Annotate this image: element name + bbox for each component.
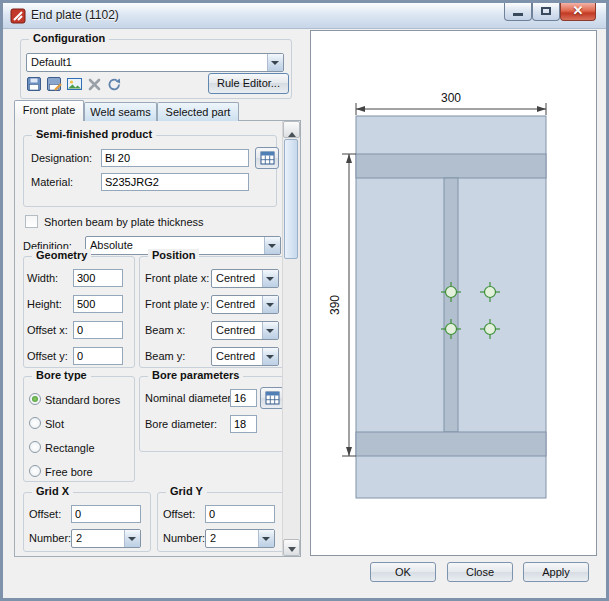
dim-arrow-bottom: [346, 447, 352, 456]
chevron-down-icon: [262, 348, 278, 365]
close-icon: ✕: [573, 3, 584, 18]
scroll-up-button[interactable]: [283, 121, 300, 138]
save-as-config-button[interactable]: [46, 76, 65, 95]
close-dialog-button[interactable]: Close: [447, 562, 513, 582]
shorten-beam-label: Shorten beam by plate thickness: [44, 216, 204, 229]
tab-selected-part-label: Selected part: [166, 106, 231, 118]
width-label: Width:: [27, 272, 58, 285]
beam-y-select[interactable]: Centred: [211, 347, 279, 366]
table-icon: [265, 391, 280, 405]
grid-x-offset-label: Offset:: [29, 508, 61, 521]
grid-y-group-label: Grid Y: [166, 485, 207, 497]
grid-x-offset-input[interactable]: [71, 505, 141, 523]
refresh-icon: [106, 76, 123, 93]
height-dimension: [342, 154, 356, 456]
preview-drawing: 300 390: [311, 31, 596, 555]
chevron-down-icon: [262, 296, 278, 313]
beam-web: [444, 178, 458, 432]
rule-editor-button[interactable]: Rule Editor...: [208, 73, 289, 94]
chevron-down-icon: [262, 270, 278, 287]
preview-panel: 300 390: [310, 30, 597, 556]
close-button-label: Close: [466, 566, 494, 578]
tab-weld-seams[interactable]: Weld seams: [84, 102, 157, 121]
offset-y-input[interactable]: [73, 347, 123, 365]
offset-x-label: Offset x:: [27, 324, 68, 337]
save-as-icon: [46, 76, 63, 93]
radio-rectangle[interactable]: [29, 441, 41, 453]
nominal-diameter-label: Nominal diameter:: [145, 392, 234, 405]
refresh-config-button[interactable]: [106, 76, 125, 95]
radio-slot[interactable]: [29, 417, 41, 429]
designation-table-button[interactable]: [255, 147, 279, 169]
tab-selected-part[interactable]: Selected part: [157, 102, 239, 121]
tab-front-plate[interactable]: Front plate: [14, 100, 84, 121]
bore-parameters-group-label: Bore parameters: [148, 369, 243, 381]
front-plate-y-select[interactable]: Centred: [211, 295, 279, 314]
semi-finished-group: Semi-finished product: [23, 135, 277, 207]
slot-label: Slot: [45, 418, 64, 431]
ok-button[interactable]: OK: [370, 562, 436, 582]
configuration-selected: Default1: [31, 56, 72, 68]
grid-y-offset-input[interactable]: [205, 505, 275, 523]
beam-y-label: Beam y:: [145, 350, 185, 363]
apply-button[interactable]: Apply: [523, 562, 589, 582]
designation-input[interactable]: [101, 149, 249, 167]
beam-x-select[interactable]: Centred: [211, 321, 279, 340]
material-label: Material:: [31, 176, 73, 189]
bore-diameter-input[interactable]: [230, 415, 257, 433]
geometry-group-label: Geometry: [32, 249, 91, 261]
scrollbar-thumb[interactable]: [284, 139, 298, 259]
vertical-scrollbar[interactable]: [282, 121, 300, 556]
beam-bottom-flange: [356, 432, 546, 456]
chevron-down-icon: [262, 322, 278, 339]
front-plate-x-select[interactable]: Centred: [211, 269, 279, 288]
grid-x-number-select[interactable]: 2: [71, 529, 141, 548]
material-input[interactable]: [101, 173, 249, 191]
minimize-button[interactable]: [504, 3, 532, 21]
width-dimension-text: 300: [441, 91, 461, 105]
bore-type-group-label: Bore type: [32, 369, 91, 381]
apply-button-label: Apply: [542, 566, 570, 578]
save-icon: [26, 76, 43, 93]
image-icon: [66, 76, 83, 93]
dim-arrow-left: [356, 106, 365, 112]
radio-free-bore[interactable]: [29, 465, 41, 477]
semi-finished-group-label: Semi-finished product: [32, 128, 156, 140]
nominal-diameter-input[interactable]: [230, 389, 257, 407]
close-button[interactable]: ✕: [560, 3, 596, 21]
grid-y-offset-label: Offset:: [163, 508, 195, 521]
front-plate-y-label: Front plate y:: [145, 298, 209, 311]
minimize-icon: [513, 13, 523, 16]
beam-x-label: Beam x:: [145, 324, 185, 337]
front-plate-x-label: Front plate x:: [145, 272, 209, 285]
table-icon: [260, 151, 275, 165]
delete-config-button[interactable]: [86, 76, 105, 95]
tab-weld-seams-label: Weld seams: [90, 106, 150, 118]
save-config-button[interactable]: [26, 76, 45, 95]
grid-y-number-value: 2: [210, 532, 216, 544]
nominal-diameter-table-button[interactable]: [260, 387, 284, 409]
configuration-select[interactable]: Default1: [26, 53, 284, 72]
designation-label: Designation:: [31, 152, 92, 165]
dialog-window: End plate (1102) ✕ Configuration Default…: [0, 0, 609, 601]
ok-button-label: OK: [395, 566, 411, 578]
rule-editor-label: Rule Editor...: [217, 77, 280, 89]
shorten-beam-checkbox[interactable]: [25, 215, 38, 228]
offset-y-label: Offset y:: [27, 350, 68, 363]
maximize-button[interactable]: [532, 3, 560, 21]
height-dimension-text: 390: [328, 295, 342, 315]
app-icon: [10, 8, 26, 24]
rectangle-label: Rectangle: [45, 442, 95, 455]
title-bar[interactable]: End plate (1102) ✕: [3, 3, 606, 29]
offset-x-input[interactable]: [73, 321, 123, 339]
height-input[interactable]: [73, 295, 123, 313]
maximize-icon: [541, 7, 551, 15]
radio-standard-bores[interactable]: [29, 393, 41, 405]
grid-y-number-label: Number:: [163, 532, 205, 545]
width-input[interactable]: [73, 269, 123, 287]
export-image-button[interactable]: [66, 76, 85, 95]
grid-y-number-select[interactable]: 2: [205, 529, 275, 548]
free-bore-label: Free bore: [45, 466, 93, 479]
definition-selected: Absolute: [90, 239, 133, 251]
scroll-down-button[interactable]: [283, 539, 300, 556]
